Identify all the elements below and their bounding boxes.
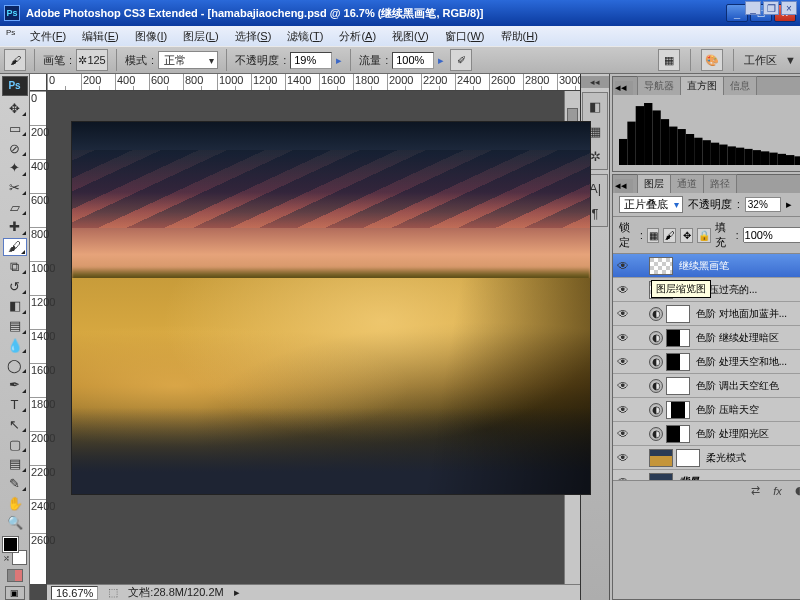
lock-trans-icon[interactable]: ▦	[647, 228, 660, 243]
history-brush-tool[interactable]: ↺	[3, 277, 27, 295]
menu-help[interactable]: 帮助(H)	[493, 27, 546, 46]
background-swatch[interactable]	[12, 550, 27, 565]
layer-row[interactable]: 👁色阶 压暗天空	[613, 398, 800, 422]
layer-name[interactable]: 色阶 继续处理暗区	[693, 331, 800, 345]
visibility-icon[interactable]: 👁	[613, 331, 633, 345]
opacity-flyout-icon[interactable]: ▸	[336, 54, 342, 67]
link-layers-icon[interactable]: ⇄	[748, 484, 764, 498]
ruler-vertical[interactable]: 0200400600800100012001400160018002000220…	[30, 91, 47, 584]
gradient-tool[interactable]: ▤	[3, 317, 27, 335]
layer-name[interactable]: 色阶 处理阳光区	[693, 427, 800, 441]
ruler-horizontal[interactable]: 0200400600800100012001400160018002000220…	[47, 74, 580, 91]
palette-well-icon[interactable]: 🎨	[701, 49, 723, 71]
tool-preset-icon[interactable]: 🖌	[4, 49, 26, 71]
layer-name[interactable]: 色阶 压暗天空	[693, 403, 800, 417]
tab-channels[interactable]: 通道	[670, 174, 704, 193]
tools-header-icon[interactable]: Ps	[2, 76, 28, 96]
layer-row[interactable]: 👁色阶 处理阳光区	[613, 422, 800, 446]
screenmode-button[interactable]: ▣	[5, 586, 25, 600]
doc-restore-button[interactable]: ❐	[763, 1, 779, 15]
move-tool[interactable]: ✥	[3, 100, 27, 118]
document-canvas[interactable]	[71, 121, 591, 495]
brush-tool[interactable]: 🖌	[3, 238, 27, 256]
tab-navigator[interactable]: 导航器	[637, 76, 681, 95]
lasso-tool[interactable]: ⊘	[3, 139, 27, 157]
menu-file[interactable]: 文件(F)	[22, 27, 74, 46]
mask-thumb[interactable]	[666, 425, 690, 443]
fx-icon[interactable]: fx	[770, 484, 786, 498]
flow-input[interactable]	[392, 52, 434, 69]
visibility-icon[interactable]: 👁	[613, 379, 633, 393]
crop-tool[interactable]: ✂	[3, 179, 27, 197]
type-tool[interactable]: T	[3, 396, 27, 414]
lock-move-icon[interactable]: ✥	[680, 228, 693, 243]
menu-window[interactable]: 窗口(W)	[437, 27, 493, 46]
mask-icon[interactable]: ◐	[792, 484, 800, 498]
pen-tool[interactable]: ✒	[3, 376, 27, 394]
wand-tool[interactable]: ✦	[3, 159, 27, 177]
layer-row[interactable]: 👁继续黑画笔	[613, 254, 800, 278]
opacity-input[interactable]	[290, 52, 332, 69]
ruler-origin[interactable]	[30, 74, 47, 91]
workspace-label[interactable]: 工作区	[744, 53, 777, 68]
visibility-icon[interactable]: 👁	[613, 427, 633, 441]
doc-minimize-button[interactable]: _	[745, 1, 761, 15]
layer-thumb[interactable]	[649, 257, 673, 275]
layer-row[interactable]: 👁色阶 对地面加蓝并...	[613, 302, 800, 326]
panel-collapse-icon[interactable]: ◂◂	[615, 179, 633, 193]
layer-thumb[interactable]	[649, 449, 673, 467]
blendmode-select[interactable]: 正片叠底	[619, 196, 683, 213]
slice-tool[interactable]: ▱	[3, 198, 27, 216]
menu-filter[interactable]: 滤镜(T)	[279, 27, 331, 46]
menu-image[interactable]: 图像(I)	[127, 27, 175, 46]
lock-all-icon[interactable]: 🔒	[697, 228, 711, 243]
lock-paint-icon[interactable]: 🖌	[663, 228, 676, 243]
layer-row[interactable]: 👁背景🔒	[613, 470, 800, 480]
shape-tool[interactable]: ▢	[3, 435, 27, 453]
visibility-icon[interactable]: 👁	[613, 355, 633, 369]
doc-close-button[interactable]: ×	[781, 1, 797, 15]
panel-collapse-icon[interactable]: ◂◂	[615, 81, 633, 95]
layer-opacity-input[interactable]	[745, 197, 781, 212]
tab-paths[interactable]: 路径	[703, 174, 737, 193]
swap-colors-icon[interactable]: ⤭	[3, 554, 10, 563]
layer-name[interactable]: 色阶 处理天空和地...	[693, 355, 800, 369]
mask-thumb[interactable]	[666, 401, 690, 419]
mask-thumb[interactable]	[666, 329, 690, 347]
layer-name[interactable]: 色阶 调出天空红色	[693, 379, 800, 393]
visibility-icon[interactable]: 👁	[613, 259, 633, 273]
layer-name[interactable]: 继续黑画笔	[676, 259, 800, 273]
zoom-status[interactable]: 16.67%	[51, 586, 98, 600]
menu-view[interactable]: 视图(V)	[384, 27, 437, 46]
visibility-icon[interactable]: 👁	[613, 451, 633, 465]
visibility-icon[interactable]: 👁	[613, 475, 633, 481]
zoom-tool[interactable]: 🔍	[3, 514, 27, 532]
menu-analysis[interactable]: 分析(A)	[331, 27, 384, 46]
layer-row[interactable]: 👁柔光模式	[613, 446, 800, 470]
quickmask-toggle[interactable]	[7, 569, 23, 582]
layer-thumb[interactable]	[649, 473, 673, 481]
color-swatches[interactable]: ⤭	[3, 537, 27, 565]
mode-select[interactable]: 正常	[158, 51, 218, 69]
flow-flyout-icon[interactable]: ▸	[438, 54, 444, 67]
mask-thumb[interactable]	[666, 305, 690, 323]
brush-preset-picker[interactable]: ✲125	[76, 49, 108, 71]
dock-color-icon[interactable]: ◧	[584, 95, 606, 117]
notes-tool[interactable]: ▤	[3, 455, 27, 473]
layer-row[interactable]: 👁黑画笔压过亮的...图层缩览图	[613, 278, 800, 302]
heal-tool[interactable]: ✚	[3, 218, 27, 236]
menu-edit[interactable]: 编辑(E)	[74, 27, 127, 46]
marquee-tool[interactable]: ▭	[3, 119, 27, 137]
eraser-tool[interactable]: ◧	[3, 297, 27, 315]
mask-thumb[interactable]	[666, 353, 690, 371]
menu-layer[interactable]: 图层(L)	[175, 27, 226, 46]
stamp-tool[interactable]: ⧉	[3, 258, 27, 276]
menu-select[interactable]: 选择(S)	[227, 27, 280, 46]
dodge-tool[interactable]: ◯	[3, 356, 27, 374]
tab-layers[interactable]: 图层	[637, 174, 671, 193]
layer-name[interactable]: 色阶 对地面加蓝并...	[693, 307, 800, 321]
eyedropper-tool[interactable]: ✎	[3, 475, 27, 493]
path-tool[interactable]: ↖	[3, 415, 27, 433]
layer-row[interactable]: 👁色阶 调出天空红色	[613, 374, 800, 398]
status-flyout-icon[interactable]: ▸	[234, 586, 240, 599]
